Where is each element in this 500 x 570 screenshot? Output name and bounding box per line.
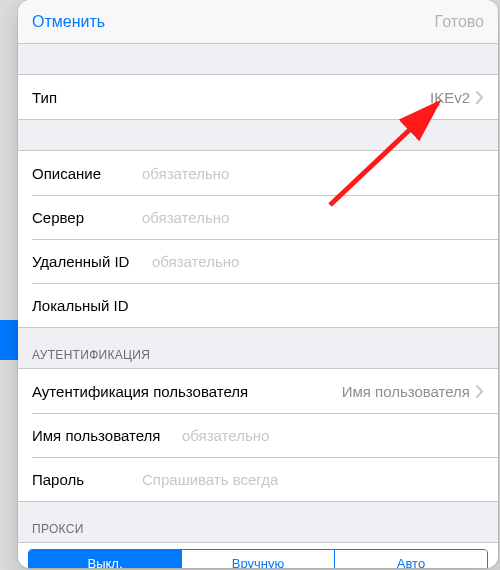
chevron-right-icon — [476, 91, 484, 104]
proxy-segmented-control[interactable]: Выкл. Вручную Авто — [28, 549, 488, 568]
server-input[interactable] — [142, 209, 484, 226]
row-username[interactable]: Имя пользователя — [18, 413, 498, 457]
row-server[interactable]: Сервер — [18, 195, 498, 239]
type-value: IKEv2 — [142, 89, 476, 106]
navbar: Отменить Готово — [18, 0, 498, 44]
server-label: Сервер — [32, 209, 142, 226]
row-remote-id[interactable]: Удаленный ID — [18, 239, 498, 283]
section-header-auth: АУТЕНТИФИКАЦИЯ — [18, 328, 498, 368]
user-auth-label: Аутентификация пользователя — [32, 383, 332, 400]
form-scroll[interactable]: Тип IKEv2 Описание Сервер Удаленный ID — [18, 44, 498, 568]
group-auth: Аутентификация пользователя Имя пользова… — [18, 368, 498, 502]
background-selected-row — [0, 320, 18, 360]
group-connection: Описание Сервер Удаленный ID Локальный I… — [18, 150, 498, 328]
row-password[interactable]: Пароль — [18, 457, 498, 501]
section-header-proxy: ПРОКСИ — [18, 502, 498, 542]
username-input[interactable] — [182, 427, 484, 444]
user-auth-value: Имя пользователя — [332, 383, 476, 400]
type-label: Тип — [32, 89, 142, 106]
cancel-button[interactable]: Отменить — [32, 13, 105, 31]
proxy-segment-manual[interactable]: Вручную — [181, 550, 334, 568]
proxy-segment-auto[interactable]: Авто — [334, 550, 487, 568]
row-user-auth[interactable]: Аутентификация пользователя Имя пользова… — [18, 369, 498, 413]
group-type: Тип IKEv2 — [18, 74, 498, 120]
local-id-input[interactable] — [152, 297, 484, 314]
description-label: Описание — [32, 165, 142, 182]
row-type[interactable]: Тип IKEv2 — [18, 75, 498, 119]
vpn-config-sheet: Отменить Готово Тип IKEv2 Описание Серве… — [18, 0, 498, 568]
done-button[interactable]: Готово — [435, 13, 484, 31]
password-label: Пароль — [32, 471, 142, 488]
local-id-label: Локальный ID — [32, 297, 152, 314]
remote-id-label: Удаленный ID — [32, 253, 152, 270]
chevron-right-icon — [476, 385, 484, 398]
group-proxy: Выкл. Вручную Авто — [18, 542, 498, 568]
remote-id-input[interactable] — [152, 253, 484, 270]
row-description[interactable]: Описание — [18, 151, 498, 195]
row-local-id[interactable]: Локальный ID — [18, 283, 498, 327]
password-input[interactable] — [142, 471, 484, 488]
proxy-segment-off[interactable]: Выкл. — [29, 550, 181, 568]
description-input[interactable] — [142, 165, 484, 182]
username-label: Имя пользователя — [32, 427, 182, 444]
